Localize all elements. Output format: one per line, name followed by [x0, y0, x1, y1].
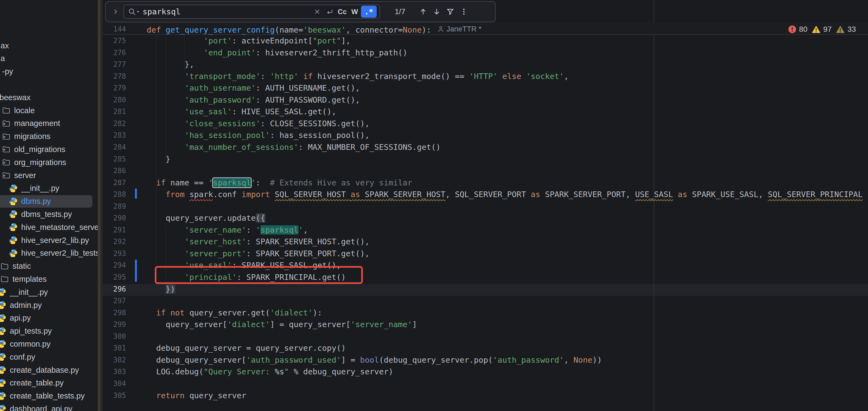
tree-item-org-migrations[interactable]: org_migrations [0, 156, 98, 169]
code-line-293[interactable]: 'server_port': SPARK_SERVER_PORT.get(), [147, 248, 370, 259]
line-number[interactable]: 282 [103, 118, 126, 129]
previous-match-button[interactable] [416, 5, 430, 19]
vcs-change-bar[interactable] [135, 188, 137, 199]
line-number[interactable]: 289 [103, 200, 126, 212]
line-number[interactable]: 301 [103, 342, 126, 354]
line-number[interactable]: 279 [103, 82, 126, 94]
tree-item-dbms-tests-py[interactable]: dbms_tests.py [0, 208, 98, 221]
code-line-288[interactable]: from spark.conf import SQL_SERVER_HOST a… [147, 188, 868, 200]
code-line-291[interactable]: 'server_name': 'sparksql', [147, 224, 308, 236]
line-number[interactable]: 284 [103, 141, 126, 153]
tree-item--py[interactable]: -py [0, 65, 98, 78]
tree-item-hive-server2-lib-py[interactable]: hive_server2_lib.py [0, 234, 98, 247]
code-line-302[interactable]: debug_query_server['auth_password_used']… [147, 354, 602, 366]
line-number[interactable]: 288 [103, 188, 126, 200]
filter-button[interactable] [443, 5, 457, 19]
regex-toggle[interactable]: .* [361, 6, 377, 18]
line-number[interactable]: 292 [103, 235, 126, 248]
line-number[interactable]: 304 [103, 378, 126, 389]
expand-replace-chevron[interactable] [110, 6, 121, 18]
line-number[interactable]: 281 [103, 105, 126, 118]
tree-item--init-py[interactable]: __init__.py [0, 286, 98, 298]
search-query-text[interactable]: sparksql [143, 7, 311, 16]
tree-item-hive-metastore-server-p[interactable]: hive_metastore_server.p [0, 221, 98, 234]
code-line-278[interactable]: 'transport_mode': 'http' if hiveserver2_… [147, 70, 569, 82]
line-number[interactable]: 286 [103, 165, 126, 177]
line-number[interactable]: 299 [103, 318, 126, 330]
tree-item-dashboard-api-py[interactable]: dashboard_api.py [0, 402, 98, 411]
whole-words-toggle[interactable]: W [348, 6, 361, 18]
line-number[interactable]: 280 [103, 94, 126, 106]
vcs-change-bar[interactable] [135, 259, 137, 282]
code-line-281[interactable]: 'use_sasl': HIVE_USE_SASL.get(), [147, 105, 336, 118]
code-line-298[interactable]: if not query_server.get('dialect'): [147, 307, 322, 319]
tree-item-ax[interactable]: ax [0, 39, 98, 52]
warning-badge[interactable]: 97 [811, 25, 832, 34]
search-input[interactable]: sparksql Cc W .* [124, 5, 380, 19]
sticky-header-line[interactable]: 144 def get_query_server_config(name='be… [103, 23, 868, 35]
code-line-277[interactable]: }, [147, 58, 194, 70]
line-number[interactable]: 302 [103, 354, 126, 366]
code-author-inlay[interactable]: JaneTTR * [437, 23, 482, 35]
panel-divider[interactable] [98, 0, 100, 411]
tree-item-static[interactable]: static [0, 260, 98, 273]
line-number[interactable]: 293 [103, 248, 126, 259]
code-line-305[interactable]: return query_server [147, 389, 246, 402]
code-line-296[interactable]: }) [147, 283, 175, 295]
tree-item-migrations[interactable]: migrations [0, 130, 98, 143]
tree-item-common-py[interactable]: common.py [0, 338, 98, 350]
line-number[interactable]: 290 [103, 212, 126, 224]
code-line-284[interactable]: 'max_number_of_sessions': MAX_NUMBER_OF_… [147, 141, 441, 153]
code-line-287[interactable]: if name == 'sparksql': # Extends Hive as… [147, 177, 412, 189]
line-number[interactable]: 303 [103, 366, 126, 378]
tree-item-locale[interactable]: locale [0, 104, 98, 117]
tree-item-server[interactable]: server [0, 169, 98, 182]
inspections-widget[interactable]: 80 97 33 [787, 24, 856, 35]
line-number[interactable]: 297 [103, 295, 126, 307]
tree-item-old-migrations[interactable]: old_migrations [0, 143, 98, 156]
tree-item-a[interactable]: a [0, 52, 98, 65]
tree-item-create-table-py[interactable]: create_table.py [0, 377, 98, 389]
line-number[interactable]: 305 [103, 389, 126, 402]
tree-item-create-table-tests-py[interactable]: create_table_tests.py [0, 389, 98, 403]
line-number[interactable]: 298 [103, 307, 126, 319]
weak-warning-badge[interactable]: 33 [835, 25, 856, 34]
line-number[interactable]: 295 [103, 271, 126, 283]
tree-item-hive-server2-lib-tests-p[interactable]: hive_server2_lib_tests.p [0, 247, 98, 260]
tree-item-api-py[interactable]: api.py [0, 312, 98, 325]
line-number[interactable]: 287 [103, 177, 126, 189]
next-match-button[interactable] [430, 5, 443, 19]
code-line-283[interactable]: 'has_session_pool': has_session_pool(), [147, 129, 370, 141]
more-options-button[interactable] [457, 5, 471, 19]
new-line-button[interactable] [323, 6, 336, 18]
search-icon[interactable] [128, 8, 136, 16]
code-line-279[interactable]: 'auth_username': AUTH_USERNAME.get(), [147, 82, 360, 94]
line-number[interactable]: 277 [103, 58, 126, 70]
line-number[interactable]: 283 [103, 129, 126, 141]
match-case-toggle[interactable]: Cc [336, 6, 348, 18]
code-line-301[interactable]: debug_query_server = query_server.copy() [147, 342, 346, 354]
code-line-290[interactable]: query_server.update({ [147, 212, 265, 224]
code-line-275[interactable]: 'port': activeEndpoint["port"], [147, 35, 351, 47]
tree-item-create-database-py[interactable]: create_database.py [0, 363, 98, 377]
tree-item-conf-py[interactable]: conf.py [0, 350, 98, 363]
error-badge[interactable]: 80 [787, 25, 807, 34]
code-line-282[interactable]: 'close_sessions': CLOSE_SESSIONS.get(), [147, 118, 370, 129]
tree-item-api-tests-py[interactable]: api_tests.py [0, 325, 98, 338]
line-number[interactable]: 278 [103, 70, 126, 82]
tree-item-beeswax[interactable]: beeswax [0, 91, 98, 104]
code-line-303[interactable]: LOG.debug("Query Server: %s" % debug_que… [147, 366, 393, 378]
code-line-280[interactable]: 'auth_password': AUTH_PASSWORD.get(), [147, 94, 360, 106]
code-line-299[interactable]: query_server['dialect'] = query_server['… [147, 318, 417, 330]
tree-item-dbms-py[interactable]: dbms.py [0, 195, 98, 208]
tree-item-admin-py[interactable]: admin.py [0, 298, 98, 312]
line-number[interactable]: 276 [103, 47, 126, 59]
line-number[interactable]: 300 [103, 330, 126, 342]
code-line-285[interactable]: } [147, 153, 170, 165]
clear-search-button[interactable] [311, 6, 323, 18]
line-number[interactable]: 275 [103, 35, 126, 47]
code-line-292[interactable]: 'server_host': SPARK_SERVER_HOST.get(), [147, 235, 370, 248]
tree-item-management[interactable]: management [0, 117, 98, 130]
line-number[interactable]: 294 [103, 259, 126, 271]
tree-item-templates[interactable]: templates [0, 273, 98, 286]
